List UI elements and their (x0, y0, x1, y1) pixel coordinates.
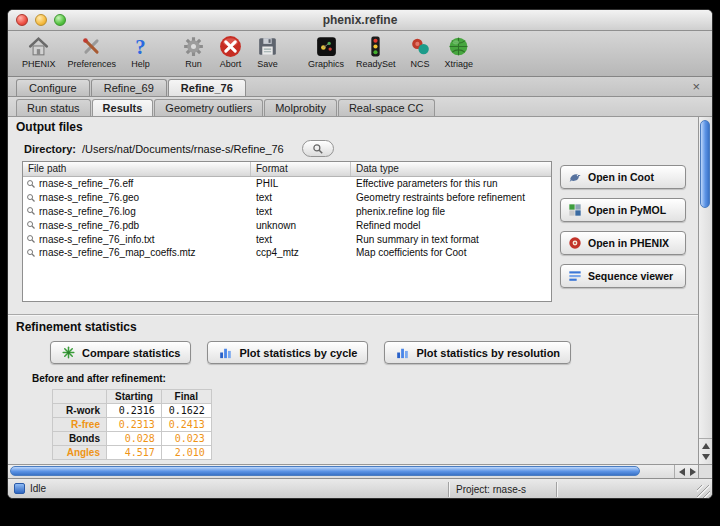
open-in-phenix-button[interactable]: Open in PHENIX (560, 231, 686, 255)
section-divider (8, 314, 700, 316)
stats-row-bonds: Bonds 0.028 0.023 (53, 432, 212, 446)
magnifier-icon (23, 193, 39, 203)
output-files-heading: Output files (16, 120, 83, 134)
file-row[interactable]: rnase-s_refine_76.eff PHIL Effective par… (23, 177, 551, 191)
stats-row-r-free: R-free 0.2313 0.2413 (53, 418, 212, 432)
toolbar-help-button[interactable]: ? Help (122, 34, 159, 69)
close-window-button[interactable] (16, 14, 28, 26)
coot-icon (567, 169, 583, 185)
vertical-scrollbar-thumb[interactable] (700, 120, 710, 208)
stats-col-final: Final (161, 390, 211, 404)
scroll-left-icon[interactable] (679, 468, 685, 476)
plot-statistics-by-resolution-button[interactable]: Plot statistics by resolution (384, 341, 571, 364)
minimize-window-button[interactable] (35, 14, 47, 26)
toolbar-phenix-button[interactable]: PHENIX (16, 34, 62, 69)
column-header-file-path[interactable]: File path (23, 162, 251, 176)
stats-corner-cell (53, 390, 107, 404)
statusbar-divider (448, 482, 449, 497)
file-row[interactable]: rnase-s_refine_76.geo text Geometry rest… (23, 191, 551, 205)
tab-close-icon[interactable]: × (688, 80, 704, 93)
results-panel: Output files Directory: /Users/nat/Docum… (8, 117, 700, 464)
help-icon: ? (128, 34, 153, 59)
stat-starting-value: 0.2316 (107, 404, 162, 418)
file-path: rnase-s_refine_76.log (39, 206, 251, 217)
titlebar: phenix.refine (8, 10, 712, 31)
action-label: Open in Coot (588, 171, 654, 183)
tab-configure[interactable]: Configure (16, 79, 90, 96)
scroll-right-icon[interactable] (690, 468, 696, 476)
stat-starting-value: 0.2313 (107, 418, 162, 432)
status-left: Idle (14, 483, 46, 494)
sequence-viewer-button[interactable]: Sequence viewer (560, 264, 686, 288)
file-row[interactable]: rnase-s_refine_76.pdb unknown Refined mo… (23, 218, 551, 232)
table-header: File path Format Data type (23, 162, 551, 177)
file-row[interactable]: rnase-s_refine_76_map_coeffs.mtz ccp4_mt… (23, 246, 551, 260)
toolbar-ncs-button[interactable]: NCS (402, 34, 439, 69)
file-data-type: phenix.refine log file (351, 206, 551, 217)
stats-header-row: Starting Final (53, 390, 212, 404)
app-window: phenix.refine PHENIX Preferences ? Help (7, 9, 713, 499)
magnifier-icon (23, 234, 39, 244)
subtab-results[interactable]: Results (92, 99, 154, 116)
toolbar-save-button[interactable]: Save (249, 34, 286, 69)
status-text: Idle (30, 483, 46, 494)
toolbar-abort-button[interactable]: Abort (212, 34, 249, 69)
stat-final-value: 0.2413 (161, 418, 211, 432)
open-in-coot-button[interactable]: Open in Coot (560, 165, 686, 189)
toolbar-xtriage-button[interactable]: Xtriage (439, 34, 480, 69)
directory-label: Directory: (24, 143, 76, 155)
compare-statistics-icon (61, 345, 76, 360)
toolbar-graphics-button[interactable]: Graphics (302, 34, 350, 69)
file-format: unknown (251, 220, 351, 231)
file-path: rnase-s_refine_76_map_coeffs.mtz (39, 247, 251, 258)
stat-final-value: 0.023 (161, 432, 211, 446)
tab-bar: Configure Refine_69 Refine_76 × (8, 77, 712, 97)
stats-row-r-work: R-work 0.2316 0.1622 (53, 404, 212, 418)
file-data-type: Effective parameters for this run (351, 178, 551, 189)
search-icon (312, 143, 324, 155)
file-row[interactable]: rnase-s_refine_76_info.txt text Run summ… (23, 232, 551, 246)
directory-search-button[interactable] (302, 140, 334, 157)
graphics-icon (314, 34, 339, 59)
subtab-molprobity[interactable]: Molprobity (264, 99, 337, 116)
action-label: Open in PHENIX (588, 237, 669, 249)
file-format: text (251, 192, 351, 203)
toolbar-run-button[interactable]: Run (175, 34, 212, 69)
tab-refine-69[interactable]: Refine_69 (91, 79, 167, 96)
horizontal-scrollbar[interactable] (8, 464, 700, 478)
toolbar-preferences-button[interactable]: Preferences (62, 34, 123, 69)
toolbar-readyset-button[interactable]: ReadySet (350, 34, 402, 69)
save-icon (255, 34, 280, 59)
file-row[interactable]: rnase-s_refine_76.log text phenix.refine… (23, 205, 551, 219)
before-after-label: Before and after refinement: (32, 373, 166, 384)
column-header-format[interactable]: Format (251, 162, 351, 176)
open-in-pymol-button[interactable]: Open in PyMOL (560, 198, 686, 222)
run-gear-icon (181, 34, 206, 59)
readyset-traffic-light-icon (363, 34, 388, 59)
stat-label: R-work (53, 404, 107, 418)
stat-starting-value: 4.517 (107, 446, 162, 460)
tab-refine-76[interactable]: Refine_76 (168, 79, 246, 96)
phenix-home-icon (26, 34, 51, 59)
file-path: rnase-s_refine_76_info.txt (39, 234, 251, 245)
stat-final-value: 2.010 (161, 446, 211, 460)
scroll-up-icon[interactable] (702, 443, 710, 449)
button-label: Plot statistics by resolution (416, 347, 560, 359)
resize-grip-icon[interactable] (697, 485, 710, 498)
subtab-bar: Run status Results Geometry outliers Mol… (8, 97, 712, 117)
subtab-run-status[interactable]: Run status (16, 99, 91, 116)
scroll-down-icon[interactable] (702, 454, 710, 460)
subtab-real-space-cc[interactable]: Real-space CC (338, 99, 435, 116)
file-format: text (251, 234, 351, 245)
horizontal-scrollbar-thumb[interactable] (10, 466, 640, 476)
directory-row: Directory: /Users/nat/Documents/rnase-s/… (24, 139, 334, 158)
column-header-data-type[interactable]: Data type (351, 162, 551, 176)
zoom-window-button[interactable] (54, 14, 66, 26)
compare-statistics-button[interactable]: Compare statistics (50, 341, 191, 364)
file-format: PHIL (251, 178, 351, 189)
subtab-geometry-outliers[interactable]: Geometry outliers (154, 99, 263, 116)
directory-value: /Users/nat/Documents/rnase-s/Refine_76 (82, 143, 284, 155)
magnifier-icon (23, 179, 39, 189)
plot-statistics-by-cycle-button[interactable]: Plot statistics by cycle (207, 341, 368, 364)
vertical-scrollbar[interactable] (698, 117, 712, 464)
